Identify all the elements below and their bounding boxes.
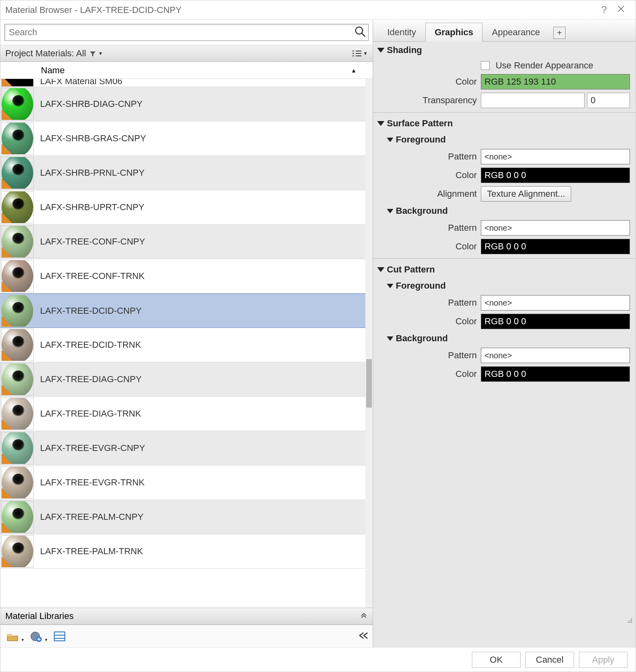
svg-point-15 (628, 622, 629, 623)
texture-alignment-button[interactable]: Texture Alignment... (481, 186, 571, 202)
properties-content: Shading Use Render Appearance Color RGB … (373, 42, 636, 647)
material-name: LAFX-TREE-EVGR-CNPY (40, 443, 362, 453)
material-row[interactable]: LAFX-SHRB-GRAS-CNPY (0, 121, 365, 156)
cut-bg-pattern-button[interactable]: <none> (481, 348, 630, 363)
bottom-toolbar: ▼ ▼ (0, 625, 373, 647)
material-row[interactable]: LAFX-SHRB-DIAG-CNPY (0, 87, 365, 121)
material-row[interactable]: LAFX-SHRB-PRNL-CNPY (0, 156, 365, 190)
material-row[interactable]: LAFX-TREE-DIAG-CNPY (0, 362, 365, 397)
material-swatch (1, 88, 34, 120)
surface-foreground-header[interactable]: Foreground (373, 132, 636, 147)
close-icon[interactable] (611, 4, 631, 16)
material-row[interactable]: LAFX-SHRB-UPRT-CNPY (0, 190, 365, 225)
material-name: LAFX-SHRB-UPRT-CNPY (40, 202, 362, 213)
window-title: Material Browser - LAFX-TREE-DCID-CNPY (5, 5, 597, 15)
name-column-header[interactable]: Name ▲ (0, 62, 373, 79)
cancel-button[interactable]: Cancel (525, 652, 574, 668)
section-cut-pattern[interactable]: Cut Pattern (373, 261, 636, 278)
chevron-down-icon (387, 209, 393, 213)
material-swatch (1, 466, 34, 499)
use-render-appearance-checkbox[interactable] (481, 61, 490, 70)
color-label: Color (377, 369, 481, 379)
svg-point-0 (356, 27, 363, 34)
material-row[interactable]: LAFX Material SM06 (0, 79, 365, 87)
material-swatch (1, 225, 34, 258)
section-shading[interactable]: Shading (373, 42, 636, 59)
right-panel: Identity Graphics Appearance + Shading U… (373, 20, 636, 647)
help-icon[interactable]: ? (597, 4, 611, 16)
chevron-down-icon (377, 121, 384, 126)
search-icon[interactable] (354, 26, 366, 39)
open-library-button[interactable]: ▼ (4, 629, 21, 644)
tab-identity[interactable]: Identity (378, 23, 425, 42)
material-row[interactable]: LAFX-TREE-DIAG-TRNK (0, 397, 365, 431)
material-name: LAFX-SHRB-GRAS-CNPY (40, 133, 362, 144)
material-libraries-header[interactable]: Material Libraries (0, 608, 373, 625)
material-name: LAFX-TREE-DCID-TRNK (40, 340, 362, 350)
surface-background-header[interactable]: Background (373, 203, 636, 219)
material-row[interactable]: LAFX-TREE-DCID-CNPY (0, 293, 365, 328)
chevron-down-icon (387, 284, 393, 288)
ok-button[interactable]: OK (472, 652, 521, 668)
material-swatch (1, 260, 34, 292)
material-row[interactable]: LAFX-TREE-PALM-TRNK (0, 534, 365, 569)
svg-point-16 (630, 622, 631, 623)
search-input[interactable] (4, 24, 369, 41)
material-name: LAFX-TREE-PALM-TRNK (40, 546, 362, 557)
material-row[interactable]: LAFX-TREE-EVGR-TRNK (0, 466, 365, 500)
resize-grip-icon[interactable] (626, 617, 633, 624)
filter-icon[interactable] (89, 48, 96, 59)
cut-foreground-header[interactable]: Foreground (373, 278, 636, 293)
filter-dropdown-icon[interactable]: ▼ (98, 51, 103, 56)
surface-bg-color-button[interactable]: RGB 0 0 0 (481, 239, 630, 254)
material-swatch (1, 191, 34, 223)
view-grid-button[interactable] (51, 629, 68, 644)
material-row[interactable]: LAFX-TREE-CONF-CNPY (0, 225, 365, 259)
apply-button[interactable]: Apply (579, 652, 627, 668)
surface-fg-color-button[interactable]: RGB 0 0 0 (481, 168, 630, 183)
alignment-label: Alignment (377, 189, 481, 199)
material-swatch (1, 122, 34, 155)
tab-graphics[interactable]: Graphics (425, 23, 482, 42)
cut-bg-color-button[interactable]: RGB 0 0 0 (481, 366, 630, 382)
surface-bg-pattern-button[interactable]: <none> (481, 220, 630, 236)
tabs: Identity Graphics Appearance + (373, 20, 636, 42)
material-row[interactable]: LAFX-TREE-EVGR-CNPY (0, 431, 365, 466)
view-mode-button[interactable]: ▼ (352, 49, 368, 57)
scrollbar[interactable] (365, 79, 373, 608)
project-materials-header[interactable]: Project Materials: All ▼ ▼ (0, 45, 373, 62)
chevron-down-icon (387, 138, 393, 142)
transparency-label: Transparency (377, 95, 481, 106)
section-surface-pattern[interactable]: Surface Pattern (373, 115, 636, 132)
cut-background-header[interactable]: Background (373, 331, 636, 346)
material-row[interactable]: LAFX-TREE-DCID-TRNK (0, 328, 365, 362)
material-row[interactable]: LAFX-TREE-PALM-CNPY (0, 500, 365, 534)
title-bar: Material Browser - LAFX-TREE-DCID-CNPY ? (0, 0, 636, 20)
pattern-label: Pattern (377, 298, 481, 308)
cut-fg-color-button[interactable]: RGB 0 0 0 (481, 314, 630, 329)
shading-color-button[interactable]: RGB 125 193 110 (481, 74, 630, 89)
surface-fg-pattern-button[interactable]: <none> (481, 149, 630, 164)
material-row[interactable]: LAFX-TREE-CONF-TRNK (0, 259, 365, 293)
scrollbar-thumb[interactable] (366, 359, 372, 408)
transparency-slider[interactable] (481, 93, 585, 108)
tab-appearance[interactable]: Appearance (482, 23, 549, 42)
material-swatch (1, 501, 34, 533)
pattern-label: Pattern (377, 151, 481, 162)
material-name: LAFX-TREE-CONF-CNPY (40, 236, 362, 247)
project-materials-label: Project Materials: All (5, 48, 86, 59)
dialog-footer: OK Cancel Apply (0, 647, 636, 672)
material-name: LAFX-TREE-DIAG-TRNK (40, 408, 362, 419)
new-material-button[interactable]: ▼ (28, 629, 44, 644)
collapse-panel-button[interactable] (358, 632, 369, 641)
transparency-input[interactable]: 0 (587, 93, 630, 108)
material-name: LAFX-TREE-PALM-CNPY (40, 512, 362, 522)
material-name: LAFX-SHRB-PRNL-CNPY (40, 168, 362, 178)
chevron-down-icon (377, 267, 384, 272)
material-name: LAFX-TREE-CONF-TRNK (40, 271, 362, 281)
cut-fg-pattern-button[interactable]: <none> (481, 295, 630, 310)
tab-add[interactable]: + (553, 27, 566, 39)
expand-icon[interactable] (360, 611, 368, 621)
material-list: LAFX Material SM06LAFX-SHRB-DIAG-CNPYLAF… (0, 79, 365, 608)
pattern-label: Pattern (377, 223, 481, 233)
